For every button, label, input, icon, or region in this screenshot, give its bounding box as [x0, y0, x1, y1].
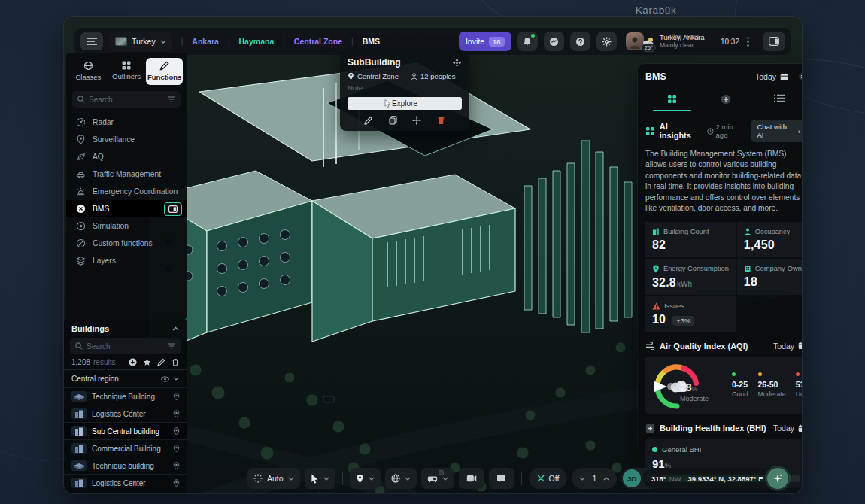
- messages-button[interactable]: [544, 32, 564, 51]
- building-row[interactable]: Technique building: [64, 457, 187, 474]
- function-item-surveillance[interactable]: Surveillance: [66, 131, 187, 148]
- comments-button[interactable]: [489, 468, 514, 489]
- ai-assistant-button[interactable]: [767, 468, 788, 489]
- layers-icon: [76, 256, 86, 266]
- tab-classes[interactable]: Classes: [70, 58, 107, 85]
- tab-overview[interactable]: [645, 89, 699, 111]
- tab-outliners[interactable]: Outliners: [108, 58, 145, 85]
- aqi-date-selector[interactable]: Today: [773, 342, 802, 351]
- legend-dot-good: [732, 372, 736, 376]
- mode-3d-button[interactable]: 3D: [623, 469, 641, 487]
- function-item-aq[interactable]: AQ: [66, 148, 187, 165]
- sparkle-icon: [772, 473, 783, 484]
- building-thumbnail: [71, 426, 86, 436]
- edit-pen-icon: [364, 116, 373, 125]
- visibility-icon[interactable]: [161, 376, 169, 382]
- help-button[interactable]: [570, 32, 590, 51]
- date-selector[interactable]: Today: [755, 72, 788, 81]
- breadcrumb-city[interactable]: Ankara: [192, 37, 219, 46]
- region-group-header[interactable]: Central region: [64, 369, 187, 387]
- notifications-button[interactable]: [517, 32, 538, 51]
- filter-icon[interactable]: [168, 343, 175, 349]
- tab-add[interactable]: [699, 89, 752, 111]
- bms-panel: BMS Today AI insights: [638, 64, 802, 456]
- close-panel-button[interactable]: [799, 73, 802, 80]
- bms-open-panel-button[interactable]: [164, 202, 182, 216]
- function-item-custom[interactable]: Custom functions: [66, 235, 187, 252]
- locate-pin-icon[interactable]: [173, 393, 180, 401]
- star-icon[interactable]: [143, 358, 151, 366]
- locate-pin-icon[interactable]: [173, 410, 180, 418]
- stepper-up-icon[interactable]: [603, 477, 609, 481]
- country-select[interactable]: Turkey: [109, 32, 172, 51]
- building-badge-icon: [744, 265, 751, 272]
- warning-triangle-icon: [652, 302, 660, 310]
- building-thumbnail: [71, 391, 86, 402]
- delete-button[interactable]: [437, 116, 445, 125]
- stepper-down-icon[interactable]: [579, 477, 585, 481]
- building-row[interactable]: Logistics Center: [64, 405, 187, 422]
- function-label: Emergency Coordination: [93, 187, 178, 196]
- breadcrumb-zone[interactable]: Central Zone: [294, 37, 342, 46]
- invite-button[interactable]: Invite 16: [459, 32, 511, 51]
- x-icon: [537, 475, 545, 482]
- video-button[interactable]: [459, 468, 484, 489]
- chat-with-ai-button[interactable]: Chat with AI ›: [751, 120, 802, 142]
- stat-issues: Issues 10 +3%: [645, 296, 736, 332]
- breadcrumb-district[interactable]: Haymana: [239, 37, 275, 46]
- pin-tool-dropdown[interactable]: [350, 468, 381, 489]
- function-item-radar[interactable]: Radar: [66, 114, 187, 131]
- add-circle-icon[interactable]: [129, 358, 137, 366]
- chevron-down-icon[interactable]: [173, 377, 179, 381]
- edit-button[interactable]: [364, 116, 373, 125]
- trash-icon[interactable]: [171, 358, 179, 366]
- edit-pen-icon[interactable]: [157, 358, 165, 366]
- bhi-indicator-dot: [652, 447, 657, 452]
- move-button[interactable]: [412, 116, 421, 125]
- duplicate-button[interactable]: [389, 116, 397, 125]
- settings-button[interactable]: [596, 32, 617, 51]
- select-tool-dropdown[interactable]: [305, 468, 335, 489]
- app-screen: Turkey | Ankara | Haymana | Central Zone…: [64, 17, 802, 493]
- filter-icon[interactable]: [168, 96, 175, 102]
- building-row-selected[interactable]: Sub Central building: [64, 422, 187, 439]
- hamburger-icon: [87, 38, 97, 45]
- globe-layer-dropdown[interactable]: [385, 468, 417, 489]
- building-row[interactable]: Logistics Center: [64, 474, 187, 491]
- function-item-simulation[interactable]: Simulation: [66, 217, 187, 235]
- side-panel-toggle-button[interactable]: [763, 32, 785, 51]
- function-item-traffic[interactable]: Traffic Management: [66, 165, 187, 183]
- exposure-mode-label: Auto: [267, 474, 284, 483]
- menu-button[interactable]: [80, 32, 103, 50]
- search-input[interactable]: [86, 342, 164, 351]
- building-row[interactable]: Technique Building: [64, 387, 187, 405]
- locate-pin-icon[interactable]: [173, 479, 180, 487]
- tab-list[interactable]: [753, 89, 802, 111]
- overlay-toggle[interactable]: Off: [529, 468, 568, 489]
- building-label: Technique Building: [92, 393, 168, 401]
- building-row[interactable]: Commercial Building: [64, 439, 187, 457]
- locate-pin-icon[interactable]: [173, 462, 180, 470]
- exposure-mode-dropdown[interactable]: Auto: [247, 468, 300, 489]
- tab-functions[interactable]: Functions: [146, 58, 183, 85]
- locate-pin-icon[interactable]: [173, 445, 180, 453]
- heading-direction: NW: [669, 475, 681, 483]
- function-item-emergency[interactable]: Emergency Coordination: [66, 183, 187, 200]
- search-input[interactable]: [89, 96, 164, 104]
- legend-range: 51-100: [796, 380, 802, 389]
- popup-occupants: 12 peoples: [420, 72, 455, 80]
- user-menu-button[interactable]: [743, 33, 752, 50]
- locate-pin-icon[interactable]: [173, 427, 180, 436]
- results-label: results: [93, 358, 115, 366]
- function-item-bms[interactable]: BMS: [66, 200, 187, 217]
- function-item-layers[interactable]: Layers: [66, 252, 187, 269]
- user-weather-widget[interactable]: 25° Turkey, Ankara Alice Rosa Mainly cle…: [626, 31, 752, 52]
- explore-button[interactable]: Explore: [348, 97, 462, 110]
- move-dpad-icon[interactable]: [452, 58, 462, 68]
- stat-value: 82: [652, 238, 666, 252]
- camera-view-dropdown[interactable]: [421, 468, 454, 489]
- grid-icon: [667, 94, 677, 104]
- bhi-date-selector[interactable]: Today: [773, 424, 802, 433]
- pin-icon: [348, 72, 354, 80]
- collapse-chevron-icon[interactable]: [172, 326, 179, 331]
